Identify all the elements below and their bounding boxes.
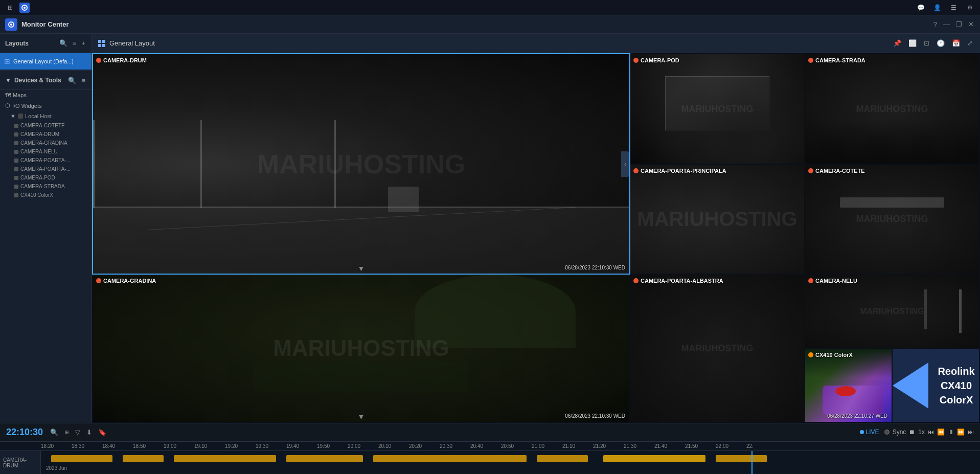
camera-poarta1-item[interactable]: CAMERA-POARTA-...: [0, 156, 92, 165]
layout-switch-icon[interactable]: ⊡: [923, 38, 930, 48]
menu-icon[interactable]: ☰: [948, 3, 959, 13]
camera-strada-cell[interactable]: MARIUHOSTING CAMERA-STRADA: [805, 54, 979, 164]
search-devices-icon[interactable]: 🔍: [67, 76, 77, 85]
ts-2010: 20:10: [378, 443, 391, 449]
expand-icon[interactable]: ⤢: [966, 38, 974, 48]
cx410-cell[interactable]: CX410 ColorX 06/28/2023 22:10:27 WED: [805, 349, 892, 422]
rewind-icon[interactable]: ⏮: [928, 428, 934, 436]
ts-2000: 20:00: [348, 443, 360, 449]
maps-label: Maps: [13, 92, 27, 98]
chat-icon[interactable]: 💬: [916, 3, 926, 13]
camera-pod-feed: MARIUHOSTING: [630, 54, 804, 164]
svg-point-2: [24, 7, 26, 9]
camera-pod-item[interactable]: CAMERA-POD: [0, 173, 92, 182]
layout-grid-icon: ⊞: [4, 57, 10, 65]
track-content[interactable]: 2023.Jun: [41, 451, 980, 474]
app-icon[interactable]: [19, 3, 30, 13]
cx410-label-display: CX410 ColorX: [808, 352, 853, 358]
camera-grid: MARIUHOSTING CAMERA-DRUM 06/28/2023 22:1…: [92, 53, 980, 275]
calendar-icon[interactable]: 📅: [951, 38, 961, 48]
devices-header-right: 🔍 ≡: [67, 76, 86, 85]
ts-1930: 19:30: [256, 443, 268, 449]
camera-drum-item[interactable]: CAMERA-DRUM: [0, 130, 92, 139]
cam-dot-icon: [14, 185, 18, 189]
bookmark-button[interactable]: 🔖: [97, 427, 107, 437]
bottom-timeline-panel: 22:10:30 🔍 ⊕ ▽ ⬇ 🔖 LIVE Sync ⏹ 1x ⏮ ⏪ ⏸ …: [0, 423, 980, 474]
timeline-track[interactable]: CAMERA-DRUM 2023.Jun: [0, 451, 980, 474]
scroll-down-arrow-2[interactable]: ▼: [358, 413, 365, 421]
active-layout-item[interactable]: ⊞ General Layout (Defa...): [0, 53, 92, 70]
camera-drum-cell[interactable]: MARIUHOSTING CAMERA-DRUM 06/28/2023 22:1…: [93, 54, 629, 274]
app-header-right: ? — ❐ ✕: [932, 19, 975, 29]
search-layouts-icon[interactable]: 🔍: [58, 38, 69, 48]
camera-cotete-cell[interactable]: MARIUHOSTING CAMERA-COTETE: [805, 165, 979, 274]
cx410-item[interactable]: CX410 ColorX: [0, 191, 92, 199]
restore-button[interactable]: ❐: [955, 19, 963, 29]
camera-grid-bottom: MARIUHOSTING CAMERA-GRADINA 06/28/2023 2…: [92, 275, 980, 423]
collapse-devices-icon[interactable]: ▼: [5, 77, 11, 84]
ts-1950: 19:50: [317, 443, 330, 449]
minimize-button[interactable]: —: [942, 19, 951, 29]
camera-poarta-main-cell[interactable]: MARIUHOSTING CAMERA-POARTA-PRINCIPALA: [630, 165, 804, 274]
track-label: CAMERA-DRUM: [0, 451, 41, 474]
zoom-in-button[interactable]: ⊕: [63, 428, 70, 437]
local-host-item[interactable]: ▼ Local Host: [0, 111, 92, 121]
camera-poarta-main-label: CAMERA-POARTA-PRINCIPALA: [633, 168, 726, 174]
reolink-promo-cell[interactable]: Reolink CX410 ColorX: [893, 349, 979, 422]
sort-devices-icon[interactable]: ≡: [80, 76, 86, 85]
camera-poarta2-item[interactable]: CAMERA-POARTA-...: [0, 165, 92, 173]
recording-indicator: [633, 58, 639, 63]
add-layout-icon[interactable]: +: [80, 38, 86, 48]
maps-item[interactable]: 🗺 Maps: [0, 90, 92, 100]
layouts-label: Layouts: [5, 40, 29, 47]
pause-icon[interactable]: ⏸: [948, 428, 954, 436]
fence-post: [93, 120, 95, 208]
filter-button[interactable]: ▽: [74, 427, 81, 437]
camera-nelu-item[interactable]: CAMERA-NELU: [0, 147, 92, 156]
layouts-header-left: Layouts: [5, 40, 29, 47]
recording-indicator: [96, 278, 101, 283]
speed-label[interactable]: 1x: [918, 428, 925, 436]
layout-grid-icon: [98, 40, 105, 47]
forward-icon[interactable]: ⏭: [968, 428, 974, 436]
camera-gradina-cell[interactable]: MARIUHOSTING CAMERA-GRADINA 06/28/2023 2…: [93, 275, 629, 422]
devices-label: Devices & Tools: [14, 77, 61, 84]
user-icon[interactable]: 👤: [932, 3, 942, 13]
camera-gradina-item[interactable]: CAMERA-GRADINA: [0, 139, 92, 147]
camera-cotete-item[interactable]: CAMERA-COTETE: [0, 121, 92, 130]
settings-icon[interactable]: ⚙: [965, 3, 975, 13]
camera-poarta-albastra-cell[interactable]: MARIUHOSTING CAMERA-POARTA-ALBASTRA: [630, 275, 804, 422]
ts-2120: 21:20: [593, 443, 606, 449]
sort-layouts-icon[interactable]: ≡: [72, 38, 78, 48]
sync-label[interactable]: Sync: [893, 428, 906, 436]
stop-icon[interactable]: ⏹: [909, 428, 915, 436]
sidebar-collapse-arrow[interactable]: ‹: [621, 151, 629, 177]
zoom-out-button[interactable]: 🔍: [49, 427, 59, 437]
collapse-host-icon: ▼: [10, 113, 16, 119]
sync-dot: [884, 430, 890, 435]
back-10-icon[interactable]: ⏪: [937, 428, 945, 436]
fence-post-3: [334, 120, 336, 208]
active-layout-label: General Layout (Defa...): [13, 58, 74, 64]
host-icon: [18, 114, 23, 119]
grid-icon[interactable]: ⊞: [5, 3, 15, 13]
help-button[interactable]: ?: [932, 19, 938, 29]
scroll-down-arrow[interactable]: ▼: [358, 264, 365, 273]
reolink-arrow-icon: [893, 363, 928, 409]
camera-strada-label: CAMERA-STRADA: [20, 184, 65, 189]
ts-2030: 20:30: [440, 443, 452, 449]
camera-pod-cell[interactable]: MARIUHOSTING CAMERA-POD: [630, 54, 804, 164]
timeline-bar[interactable]: 18:20 18:30 18:40 18:50 19:00 19:10 19:2…: [0, 442, 980, 474]
close-button[interactable]: ✕: [967, 19, 975, 29]
ts-1850: 18:50: [133, 443, 146, 449]
camera-nelu-cell[interactable]: MARIUHOSTING CAMERA-NELU: [805, 275, 979, 348]
io-icon: ⬡: [5, 102, 10, 109]
export-button[interactable]: ⬇: [85, 427, 93, 437]
fullscreen-icon[interactable]: ⬜: [907, 38, 918, 48]
camera-strada-item[interactable]: CAMERA-STRADA: [0, 182, 92, 191]
clock-icon[interactable]: 🕐: [936, 38, 946, 48]
io-widgets-item[interactable]: ⬡ I/O Widgets: [0, 100, 92, 111]
pin-icon[interactable]: 📌: [892, 38, 902, 48]
fwd-10-icon[interactable]: ⏩: [957, 428, 965, 436]
pole: [959, 289, 962, 333]
